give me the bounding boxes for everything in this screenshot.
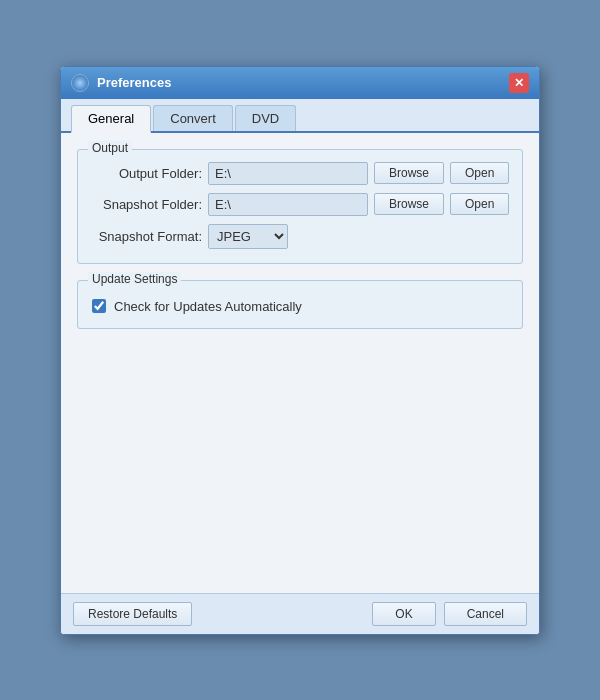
close-button[interactable]: ✕ <box>509 73 529 93</box>
snapshot-folder-row: Snapshot Folder: Browse Open <box>92 193 508 216</box>
app-icon <box>71 74 89 92</box>
snapshot-format-row: Snapshot Format: JPEG PNG BMP <box>92 224 508 249</box>
tabs-bar: General Convert DVD <box>61 99 539 133</box>
footer-right-buttons: OK Cancel <box>372 602 527 626</box>
snapshot-folder-browse-button[interactable]: Browse <box>374 193 444 215</box>
auto-update-label: Check for Updates Automatically <box>114 299 302 314</box>
tab-general[interactable]: General <box>71 105 151 133</box>
restore-defaults-button[interactable]: Restore Defaults <box>73 602 192 626</box>
tab-dvd[interactable]: DVD <box>235 105 296 131</box>
snapshot-format-label: Snapshot Format: <box>92 229 202 244</box>
tab-content: Output Output Folder: Browse Open Snapsh… <box>61 133 539 593</box>
output-folder-label: Output Folder: <box>92 166 202 181</box>
ok-button[interactable]: OK <box>372 602 435 626</box>
auto-update-row: Check for Updates Automatically <box>92 299 508 314</box>
snapshot-folder-open-button[interactable]: Open <box>450 193 509 215</box>
preferences-dialog: Preferences ✕ General Convert DVD Output… <box>60 66 540 635</box>
output-folder-browse-button[interactable]: Browse <box>374 162 444 184</box>
output-folder-open-button[interactable]: Open <box>450 162 509 184</box>
snapshot-folder-input[interactable] <box>208 193 368 216</box>
footer: Restore Defaults OK Cancel <box>61 593 539 634</box>
update-settings-title: Update Settings <box>88 272 181 286</box>
cancel-button[interactable]: Cancel <box>444 602 527 626</box>
output-folder-input[interactable] <box>208 162 368 185</box>
snapshot-format-wrapper: JPEG PNG BMP <box>208 224 288 249</box>
title-bar: Preferences ✕ <box>61 67 539 99</box>
snapshot-format-select[interactable]: JPEG PNG BMP <box>208 224 288 249</box>
update-settings-section: Update Settings Check for Updates Automa… <box>77 280 523 329</box>
tab-convert[interactable]: Convert <box>153 105 233 131</box>
output-folder-row: Output Folder: Browse Open <box>92 162 508 185</box>
dialog-title: Preferences <box>97 75 501 90</box>
snapshot-folder-label: Snapshot Folder: <box>92 197 202 212</box>
auto-update-checkbox[interactable] <box>92 299 106 313</box>
output-section: Output Output Folder: Browse Open Snapsh… <box>77 149 523 264</box>
output-section-title: Output <box>88 141 132 155</box>
